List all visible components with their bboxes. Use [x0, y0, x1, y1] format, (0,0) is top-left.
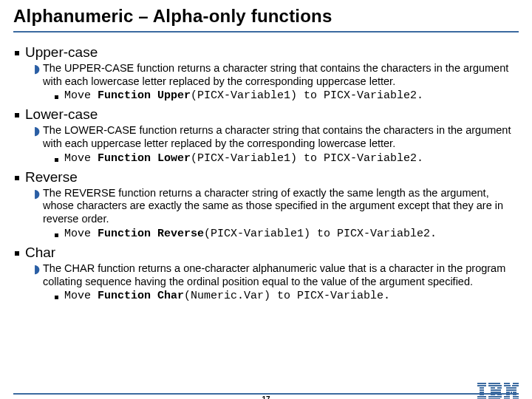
arrow-bullet-icon: ◗ [34, 263, 40, 276]
code-suffix: (Numeric.Var) to PICX-Variable. [184, 290, 390, 302]
slide: Alphanumeric – Alpha-only functions Uppe… [0, 0, 532, 399]
svg-rect-18 [504, 383, 510, 384]
code-text: Move Function Reverse(PICX-Variable1) to… [64, 228, 437, 240]
svg-rect-2 [480, 387, 484, 389]
svg-rect-30 [504, 396, 510, 398]
square-bullet-icon [15, 51, 19, 55]
svg-rect-23 [511, 387, 516, 389]
svg-rect-24 [506, 389, 516, 391]
code-suffix: (PICX-Variable1) to PICX-Variable2. [191, 152, 423, 165]
code-prefix: Move [64, 228, 98, 240]
svg-rect-12 [491, 389, 501, 391]
code-text: Move Function Char(Numeric.Var) to PICX-… [64, 290, 390, 302]
section-description: ◗ The CHAR function returns a one-charac… [34, 262, 519, 288]
arrow-bullet-icon: ◗ [34, 188, 40, 201]
svg-rect-22 [506, 387, 511, 389]
svg-rect-28 [506, 394, 510, 395]
svg-rect-19 [513, 383, 519, 384]
section-description-text: The REVERSE function returns a character… [43, 187, 519, 226]
slide-content: Upper-case ◗ The UPPER-CASE function ret… [13, 33, 519, 302]
svg-rect-4 [480, 392, 484, 393]
square-bullet-icon [15, 251, 19, 256]
slide-title: Alphanumeric – Alpha-only functions [13, 6, 519, 30]
svg-rect-13 [491, 392, 501, 393]
code-text: Move Function Lower(PICX-Variable1) to P… [64, 152, 423, 165]
code-suffix: (PICX-Variable1) to PICX-Variable2. [204, 228, 437, 240]
svg-rect-9 [488, 385, 502, 386]
code-prefix: Move [64, 152, 98, 165]
section-code: Move Function Lower(PICX-Variable1) to P… [55, 152, 519, 165]
svg-rect-15 [497, 394, 502, 395]
code-fn: Function Upper [98, 89, 191, 102]
section-heading: Reverse [15, 169, 519, 185]
svg-rect-14 [491, 394, 495, 395]
section-heading: Char [15, 245, 519, 261]
svg-rect-21 [512, 385, 519, 386]
code-suffix: (PICX-Variable1) to PICX-Variable2. [191, 89, 423, 102]
section-heading-text: Reverse [25, 169, 78, 185]
footer-divider [13, 393, 519, 395]
footer: 17 [13, 393, 519, 395]
square-bullet-icon [55, 233, 58, 237]
code-fn: Function Reverse [98, 228, 204, 240]
svg-rect-27 [513, 392, 516, 393]
code-text: Move Function Upper(PICX-Variable1) to P… [64, 89, 423, 102]
section-code: Move Function Char(Numeric.Var) to PICX-… [55, 290, 519, 302]
section-description: ◗ The REVERSE function returns a charact… [34, 187, 519, 226]
square-bullet-icon [55, 296, 58, 299]
section-code: Move Function Upper(PICX-Variable1) to P… [55, 89, 519, 102]
arrow-bullet-icon: ◗ [34, 63, 40, 76]
code-fn: Function Char [98, 290, 184, 302]
svg-rect-5 [480, 394, 484, 395]
section-code: Move Function Reverse(PICX-Variable1) to… [55, 228, 519, 240]
svg-rect-20 [504, 385, 511, 386]
ibm-logo-icon [477, 383, 519, 399]
section-description-text: The LOWER-CASE function returns a charac… [43, 124, 519, 150]
section-heading: Upper-case [15, 44, 519, 61]
code-fn: Function Lower [98, 152, 191, 165]
svg-rect-31 [513, 396, 519, 398]
square-bullet-icon [55, 158, 58, 162]
square-bullet-icon [55, 95, 58, 99]
code-prefix: Move [64, 290, 98, 302]
section-description-text: The CHAR function returns a one-characte… [43, 262, 519, 288]
svg-rect-16 [488, 396, 502, 398]
section-description: ◗ The UPPER-CASE function returns a char… [34, 62, 519, 88]
svg-rect-11 [497, 387, 502, 389]
section-heading-text: Char [25, 245, 55, 261]
svg-rect-6 [477, 396, 486, 398]
square-bullet-icon [15, 113, 19, 117]
svg-rect-29 [513, 394, 516, 395]
section-heading: Lower-case [15, 106, 519, 123]
svg-rect-25 [506, 392, 510, 393]
section-description-text: The UPPER-CASE function returns a charac… [43, 62, 519, 88]
svg-rect-8 [488, 383, 500, 384]
svg-rect-26 [511, 392, 512, 393]
square-bullet-icon [15, 176, 19, 180]
arrow-bullet-icon: ◗ [34, 125, 40, 138]
section-heading-text: Lower-case [25, 106, 98, 123]
section-description: ◗ The LOWER-CASE function returns a char… [34, 124, 519, 150]
svg-rect-10 [491, 387, 495, 389]
svg-rect-0 [477, 383, 486, 384]
svg-rect-1 [477, 385, 486, 386]
page-number: 17 [262, 395, 270, 399]
svg-rect-3 [480, 389, 484, 391]
section-heading-text: Upper-case [25, 44, 98, 61]
code-prefix: Move [64, 89, 98, 102]
